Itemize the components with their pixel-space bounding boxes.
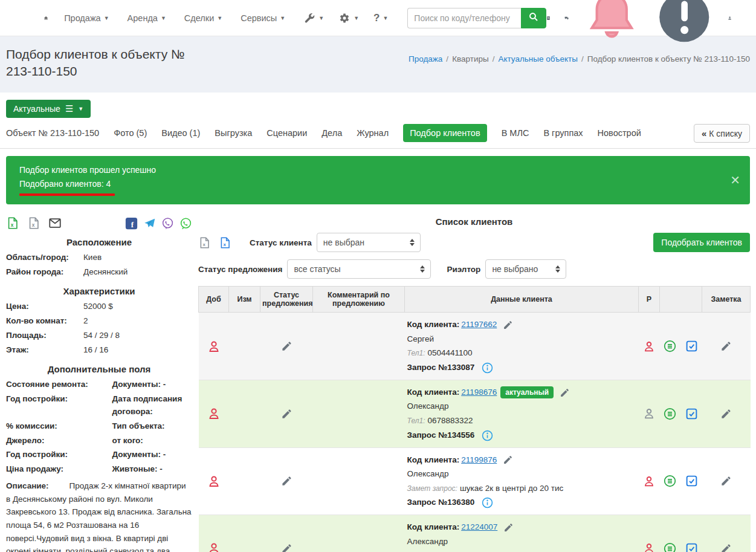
- edit-offer-status-pencil-icon[interactable]: [281, 543, 292, 552]
- tab-dela[interactable]: Дела: [321, 128, 342, 138]
- tab-novostroy[interactable]: Новострой: [598, 128, 641, 138]
- select-arrows-icon: [410, 239, 415, 246]
- client-status-select[interactable]: не выбран: [317, 233, 421, 252]
- breadcrumb-link-aktualnye[interactable]: Актуальные объекты: [498, 54, 578, 63]
- client-person-icon[interactable]: [642, 407, 656, 420]
- email-icon[interactable]: [48, 216, 62, 230]
- nav-item-servisy[interactable]: Сервисы▼: [241, 13, 285, 23]
- search-button[interactable]: [521, 8, 546, 28]
- client-person-icon[interactable]: [642, 340, 656, 353]
- nav-label: Продажа: [64, 13, 101, 23]
- edit-note-pencil-icon[interactable]: [720, 340, 732, 352]
- offer-status-select[interactable]: все статусы: [287, 259, 431, 279]
- client-code-link[interactable]: 21224007: [461, 522, 497, 531]
- nav-item-prodazha[interactable]: Продажа▼: [64, 13, 109, 23]
- field-rooms: Кол-во комнат:2: [6, 315, 192, 328]
- search-input[interactable]: [407, 8, 521, 28]
- tab-v-gruppah[interactable]: В группах: [543, 128, 583, 138]
- field-label: Дата подписания договора:: [112, 393, 192, 418]
- request-note-value: шукає 2к в центрі до 20 тис: [460, 484, 563, 493]
- tab-v-mls[interactable]: В МЛС: [502, 128, 529, 138]
- edit-client-pencil-icon[interactable]: [503, 455, 513, 465]
- add-client-person-icon[interactable]: [207, 541, 221, 552]
- pick-clients-button[interactable]: Подобрать клиентов: [653, 233, 750, 252]
- export-pdf-icon[interactable]: x: [27, 216, 40, 230]
- home-icon[interactable]: [44, 12, 48, 24]
- notifications-bell[interactable]: [582, 0, 641, 48]
- tab-podbor-klientov[interactable]: Подбор клиентов: [403, 124, 486, 142]
- clients-panel: Список клиентов x x Статус клиента не вы…: [198, 210, 750, 552]
- client-code-link[interactable]: 21198676: [461, 388, 497, 397]
- field-label: Год постройки:: [6, 393, 112, 418]
- nav-item-arenda[interactable]: Аренда▼: [128, 13, 166, 23]
- select-client-checkbox-icon[interactable]: [685, 475, 698, 487]
- edit-note-pencil-icon[interactable]: [720, 475, 732, 487]
- export-xls-icon[interactable]: x: [6, 216, 19, 230]
- viber-icon[interactable]: [161, 217, 174, 230]
- nav-item-sdelki[interactable]: Сделки▼: [184, 13, 222, 23]
- add-client-person-icon[interactable]: [207, 406, 221, 421]
- field-label: Тип объекта:: [112, 420, 192, 433]
- tab-photo[interactable]: Фото (5): [114, 128, 147, 138]
- select-client-checkbox-icon[interactable]: [685, 340, 698, 352]
- tab-object[interactable]: Объект № 213-110-150: [6, 128, 99, 138]
- journal-icon[interactable]: [546, 11, 551, 25]
- info-icon[interactable]: [482, 362, 493, 374]
- tab-vygruzka[interactable]: Выгрузка: [215, 128, 252, 138]
- request-list-icon[interactable]: [664, 475, 676, 487]
- whatsapp-icon[interactable]: [179, 217, 192, 230]
- client-person-icon[interactable]: [642, 542, 656, 552]
- info-icon[interactable]: [482, 430, 493, 441]
- col-header-client-data: Данные клиента: [405, 287, 639, 313]
- alerts-indicator[interactable]: [654, 0, 714, 48]
- field-value: 52000 $: [83, 300, 192, 313]
- facebook-icon[interactable]: f: [125, 217, 138, 230]
- request-list-icon[interactable]: [664, 408, 676, 420]
- request-list-icon[interactable]: [664, 542, 676, 552]
- edit-client-pencil-icon[interactable]: [560, 388, 570, 398]
- page-title: Подбор клиентов к объекту № 213-110-150: [6, 46, 205, 80]
- user-profile-icon[interactable]: [728, 11, 732, 25]
- add-client-person-icon[interactable]: [207, 474, 221, 489]
- help-menu[interactable]: ?▼: [373, 12, 388, 24]
- telegram-icon[interactable]: [143, 217, 156, 230]
- edit-note-pencil-icon[interactable]: [720, 408, 732, 420]
- add-client-person-icon[interactable]: [207, 339, 221, 354]
- client-code-link[interactable]: 21197662: [461, 320, 497, 329]
- back-to-list-button[interactable]: «К списку: [694, 124, 750, 143]
- svg-text:x: x: [202, 242, 205, 247]
- request-list-icon[interactable]: [664, 340, 676, 352]
- field-label: Описание:: [6, 481, 49, 490]
- messages-icon[interactable]: [564, 11, 569, 25]
- clients-list-title: Список клиентов: [198, 216, 750, 227]
- alert-line2: Подобрано клиентов: 4: [19, 177, 740, 192]
- client-code-link[interactable]: 21199876: [461, 455, 497, 464]
- edit-offer-status-pencil-icon[interactable]: [281, 475, 292, 487]
- client-name: Олександр: [407, 468, 636, 480]
- object-status-button[interactable]: Актуальные ☰ ▼: [6, 100, 91, 118]
- edit-offer-status-pencil-icon[interactable]: [281, 340, 292, 352]
- export-xls-gray-icon[interactable]: x: [198, 236, 211, 249]
- edit-note-pencil-icon[interactable]: [720, 543, 732, 552]
- info-icon[interactable]: [482, 497, 493, 508]
- edit-offer-status-pencil-icon[interactable]: [281, 408, 292, 420]
- realtor-label: Риэлтор: [447, 265, 480, 274]
- client-code-label: Код клиента:: [407, 388, 460, 397]
- breadcrumb-link-prodazha[interactable]: Продажа: [409, 54, 442, 63]
- tab-zhurnal[interactable]: Журнал: [357, 128, 389, 138]
- edit-client-pencil-icon[interactable]: [503, 522, 514, 533]
- client-person-icon[interactable]: [642, 475, 656, 488]
- export-xls-blue-icon[interactable]: x: [219, 236, 231, 249]
- settings-menu[interactable]: ▼: [338, 12, 359, 24]
- select-client-checkbox-icon[interactable]: [685, 408, 698, 420]
- field-area: Площадь:54 / 29 / 8: [6, 330, 192, 342]
- close-icon[interactable]: ✕: [730, 170, 740, 190]
- phone-value: 0504441100: [427, 348, 472, 357]
- tab-scenarii[interactable]: Сценарии: [267, 128, 307, 138]
- realtor-select[interactable]: не выбрано: [485, 259, 566, 279]
- edit-client-pencil-icon[interactable]: [503, 320, 513, 330]
- tab-video[interactable]: Видео (1): [161, 128, 200, 138]
- tools-menu[interactable]: ▼: [303, 12, 324, 24]
- field-value: Киев: [83, 252, 192, 264]
- select-client-checkbox-icon[interactable]: [685, 542, 698, 552]
